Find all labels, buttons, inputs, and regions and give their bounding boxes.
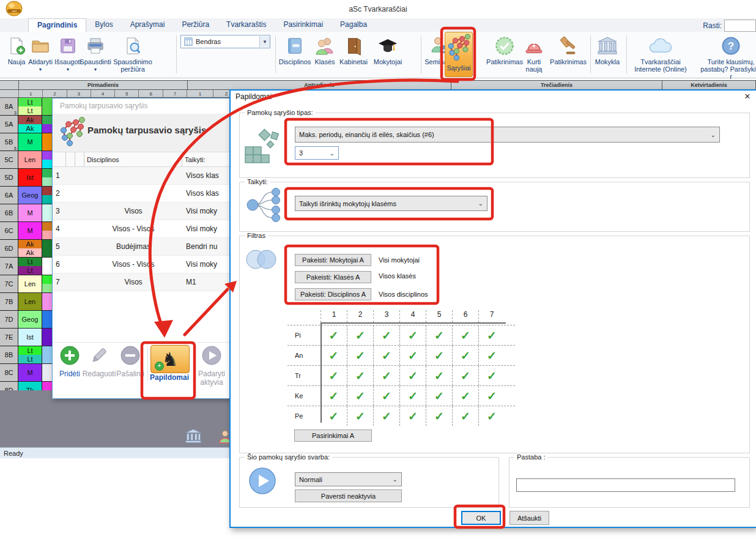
period-checkbox[interactable]: ✓ [347,366,373,385]
delete-button[interactable]: Pašalinti [115,345,146,378]
period-checkbox[interactable]: ✓ [452,386,478,406]
period-checkbox[interactable]: ✓ [321,346,347,365]
period-checkbox[interactable]: ✓ [321,386,347,406]
tab-aprasymai[interactable]: Aprašymai [122,18,174,32]
list-item[interactable]: 3 Visos Visi moky [53,203,232,220]
lesson-cell[interactable]: Ak Ak [18,116,42,133]
importance-select[interactable]: Normali⌄ [295,472,402,486]
period-checkbox[interactable]: ✓ [426,346,452,365]
ribbon-print-button[interactable]: Spausdinti ▼ [77,34,114,73]
list-item[interactable]: 5 Budėjimas Bendri nu [53,238,232,256]
tab-pagalba[interactable]: Pagalba [332,18,376,32]
change-teachers-button[interactable]: Pakeisti: Mokytojai A [295,254,371,266]
lesson-cell[interactable]: Lt Lt [18,258,42,275]
lesson-cell[interactable]: Ist [18,329,42,346]
tab-bylos[interactable]: Bylos [86,18,121,32]
lesson-cell[interactable]: Lt Lt [18,346,42,363]
make-inactive-button[interactable]: Paversti neaktyvia [295,489,402,502]
tab-perziura[interactable]: Peržiūra [173,18,218,32]
lesson-cell[interactable]: Geog [18,187,42,204]
tab-tvarkarastis[interactable]: Tvarkaraštis [218,18,275,32]
period-checkbox[interactable]: ✓ [347,346,373,365]
change-subjects-button[interactable]: Pakeisti: Disciplinos A [295,288,371,300]
options-button[interactable]: Pasirinkimai A [294,429,372,442]
change-classes-button[interactable]: Pakeisti: Klasės A [295,271,371,283]
period-checkbox[interactable]: ✓ [399,366,426,385]
tab-pasirinkimai[interactable]: Pasirinkimai [275,18,332,32]
lesson-cell[interactable]: Lt Lt [18,98,42,115]
period-checkbox[interactable]: ✓ [373,346,399,365]
lesson-cell[interactable]: Len [18,275,42,292]
period-checkbox[interactable]: ✓ [321,406,347,426]
ribbon-school-button[interactable]: Mokykla [591,34,624,65]
list-item[interactable]: 1 Visos klas [53,167,232,185]
cancel-button[interactable]: Atšaukti [510,511,549,525]
period-checkbox[interactable]: ✓ [321,366,347,385]
period-checkbox[interactable]: ✓ [426,366,452,385]
ribbon-subjects-button[interactable]: Disciplinos [275,34,315,65]
period-checkbox[interactable]: ✓ [452,366,478,385]
note-input[interactable] [516,478,735,492]
ribbon-create-new-button[interactable]: Kurtinaują [519,34,549,73]
column-disciplinos[interactable]: Disciplinos [84,152,182,166]
period-checkbox[interactable]: ✓ [478,346,505,365]
ok-button[interactable]: OK [461,511,501,525]
ribbon-rooms-button[interactable]: Kabinetai [336,34,371,65]
period-checkbox[interactable]: ✓ [426,325,452,345]
view-select[interactable]: Bendras ▼ [180,35,270,48]
column-taikyti[interactable]: Taikyti: [182,152,232,166]
period-checkbox[interactable]: ✓ [321,325,347,345]
ribbon-relations-button[interactable]: Sąryšiai [445,32,473,77]
period-checkbox[interactable]: ✓ [478,406,505,426]
period-checkbox[interactable]: ✓ [426,386,452,406]
period-checkbox[interactable]: ✓ [452,346,478,365]
period-checkbox[interactable]: ✓ [478,325,505,345]
period-checkbox[interactable]: ✓ [399,325,426,345]
close-icon[interactable]: ✕ [742,92,753,103]
period-checkbox[interactable]: ✓ [373,366,399,385]
lesson-cell[interactable]: Ak Ak [18,240,42,257]
lesson-cell[interactable]: Geog [18,311,42,328]
add-button[interactable]: Pridėti [57,345,82,378]
make-active-button[interactable]: Padarytiaktyvia [195,345,229,387]
period-checkbox[interactable]: ✓ [373,386,399,406]
period-checkbox[interactable]: ✓ [478,366,505,385]
period-checkbox[interactable]: ✓ [347,386,373,406]
lesson-cell[interactable]: Len [18,151,42,168]
period-checkbox[interactable]: ✓ [373,406,399,426]
lesson-cell[interactable]: Tk [18,382,42,390]
lesson-cell[interactable]: Len [18,293,42,310]
list-item[interactable]: 7 Visos M1 [53,273,232,291]
period-checkbox[interactable]: ✓ [399,406,426,426]
period-checkbox[interactable]: ✓ [452,406,478,426]
period-checkbox[interactable]: ✓ [373,325,399,345]
list-item[interactable]: 6 Visos - Visos Visi moky [53,256,232,273]
lesson-cell[interactable]: M [18,204,42,221]
ribbon-teachers-button[interactable]: Mokytojai [369,34,406,65]
ribbon-check2-button[interactable]: Patikrinimas [547,34,590,65]
chevron-down-icon[interactable]: ▼ [259,36,270,47]
apply-to-select[interactable]: Taikyti išrinktų mokytojų klasėms⌄ [295,196,487,211]
lesson-cell[interactable]: M [18,222,42,239]
ribbon-help-button[interactable]: ? Turite klausimų,pastabų? Parašykite r [699,34,756,80]
lesson-cell[interactable]: M [18,364,42,381]
period-checkbox[interactable]: ✓ [347,325,373,345]
list-item[interactable]: 4 Visos - Visos Visi moky [53,220,232,238]
period-checkbox[interactable]: ✓ [399,386,426,406]
lesson-cell[interactable]: M [18,133,42,151]
max-periods-select[interactable]: 3⌄ [295,146,339,160]
ribbon-online-button[interactable]: TvarkaraščiaiInternete (Online) [628,34,694,73]
period-checkbox[interactable]: ✓ [478,386,505,406]
advanced-button[interactable]: ♞ + [150,345,190,373]
period-checkbox[interactable]: ✓ [399,346,426,365]
period-checkbox[interactable]: ✓ [452,325,478,345]
relation-type-select[interactable]: Maks. periodų, einančių iš eilės, skaiči… [295,127,720,143]
lesson-cell[interactable]: Ist [18,169,42,186]
list-item[interactable]: 2 Visos klas [53,185,232,203]
period-checkbox[interactable]: ✓ [426,406,452,426]
period-checkbox[interactable]: ✓ [347,406,373,426]
find-input[interactable] [724,20,756,32]
edit-button[interactable]: Redaguoti [82,345,116,378]
tab-pagrindinis[interactable]: Pagrindinis [28,18,86,32]
ribbon-classes-button[interactable]: Klasės [311,34,339,65]
